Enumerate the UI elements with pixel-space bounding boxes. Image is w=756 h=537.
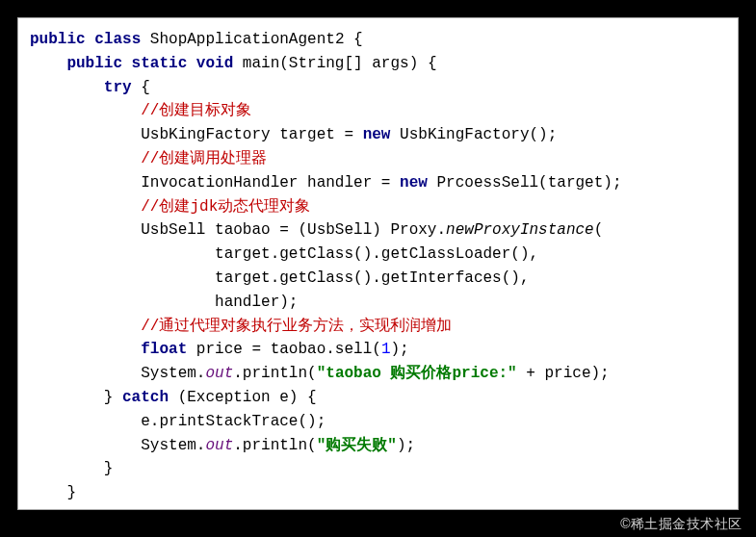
proxy-arg2: target.getClass().getInterfaces(), — [215, 269, 529, 287]
println: .println( — [233, 437, 316, 454]
keyword-class: class — [94, 31, 141, 48]
target-ctor: UsbKingFactory(); — [390, 126, 557, 143]
println: .println( — [233, 365, 316, 382]
price-decl: price = taobao.sell( — [187, 341, 381, 358]
code-block: public class ShopApplicationAgent2 { pub… — [17, 17, 739, 510]
keyword-public: public — [30, 31, 86, 48]
comment-proxy: //创建jdk动态代理对象 — [141, 198, 310, 216]
handler-ctor: PrcoessSell(target); — [428, 174, 622, 192]
keyword-catch: catch — [122, 389, 169, 406]
proxy-decl: UsbSell taobao = (UsbSell) Proxy. — [141, 221, 446, 239]
main-params: (String[] args) — [279, 55, 418, 72]
proxy-arg3: handler); — [215, 294, 298, 311]
out-field: out — [205, 365, 233, 382]
keyword-try: try — [104, 79, 132, 96]
keyword-main-prefix: public static void — [66, 55, 233, 72]
comment-biz: //通过代理对象执行业务方法，实现利润增加 — [141, 318, 452, 335]
comment-handler: //创建调用处理器 — [141, 150, 267, 167]
keyword-float: float — [141, 341, 187, 358]
keyword-new: new — [363, 126, 391, 143]
system: System. — [141, 365, 205, 382]
stacktrace: e.printStackTrace(); — [141, 413, 326, 430]
method-main: main — [243, 55, 279, 72]
proxy-arg1: target.getClass().getClassLoader(), — [215, 245, 538, 263]
proxy-method: newProxyInstance — [446, 221, 594, 239]
print-concat: + price); — [517, 365, 610, 382]
target-decl: UsbKingFactory target = — [141, 126, 362, 143]
handler-decl: InvocationHandler handler = — [141, 174, 400, 192]
catch-params: (Exception e) { — [169, 389, 317, 406]
price-end: ); — [390, 341, 408, 358]
comment-target: //创建目标对象 — [141, 102, 251, 119]
out-field: out — [205, 437, 233, 454]
paren: ( — [594, 221, 604, 239]
system: System. — [141, 437, 205, 454]
string-price: "taobao 购买价格price:" — [317, 365, 517, 382]
watermark: ©稀土掘金技术社区 — [620, 516, 743, 533]
keyword-new: new — [400, 174, 428, 192]
println-close: ); — [397, 437, 415, 454]
class-name: ShopApplicationAgent2 — [150, 31, 345, 48]
string-fail: "购买失败" — [317, 437, 397, 454]
